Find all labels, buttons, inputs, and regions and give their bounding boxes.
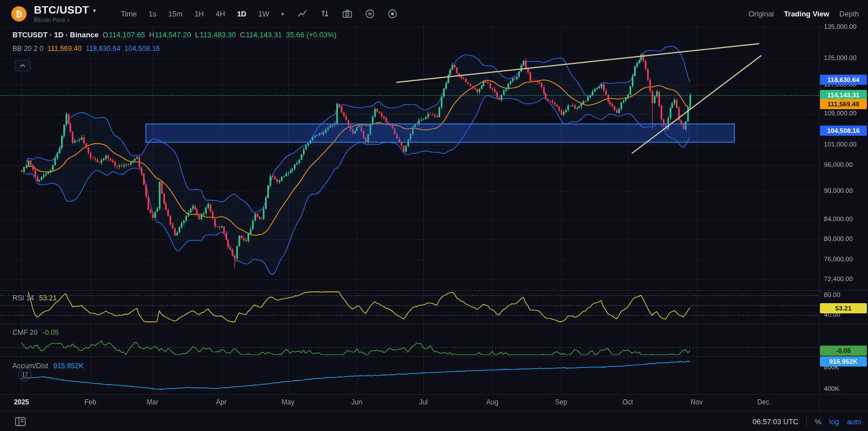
view-mode-depth[interactable]: Depth — [839, 10, 859, 18]
high-label: H — [149, 31, 154, 39]
timeframe-1s[interactable]: 1s — [149, 10, 157, 18]
close-value: 114,143.31 — [246, 31, 282, 39]
close-label: C — [240, 31, 245, 39]
accum-dist-value: 915.952K — [53, 362, 84, 370]
camera-icon[interactable] — [342, 8, 353, 19]
topbar: ₿ BTC/USDT ▾ Bitcoin Price ▾ Time1s15m1H… — [0, 0, 868, 27]
time-axis-label-jul[interactable]: Jul — [419, 398, 428, 406]
bottom-toolbar: 06:57:03 UTC % log auto — [0, 411, 868, 431]
last-price-badge: 114,143.31 — [820, 90, 867, 100]
rsi-pane-title: RSI 14 53.21 — [12, 294, 57, 302]
divider — [806, 417, 807, 426]
timeframe-menu-caret-icon[interactable]: ▾ — [281, 11, 284, 17]
auto-scale-button[interactable]: auto — [847, 417, 861, 426]
rsi-value-badge: 53.21 — [820, 303, 867, 313]
percent-scale-button[interactable]: % — [815, 417, 822, 426]
bb-upper-value: 118,630.64 — [86, 45, 121, 53]
timeframe-1w[interactable]: 1W — [258, 10, 270, 18]
timeframe-group: Time1s15m1H4H1D1W▾ — [121, 10, 284, 18]
symbol-title[interactable]: BTC/USDT — [34, 4, 89, 16]
time-axis-label-mar[interactable]: Mar — [147, 398, 159, 406]
timeframe-time[interactable]: Time — [121, 10, 137, 18]
price-axis-tick: 125,000.00 — [824, 54, 857, 61]
bb-upper-price-badge: 118,630.64 — [820, 75, 867, 85]
bb-basis-value: 111,569.40 — [47, 45, 82, 53]
bb-legend-row: BB 20 2 0 111,569.40 118,630.64 104,508.… — [12, 45, 336, 56]
day-marker-label: 17 — [21, 372, 28, 378]
subtitle-caret-icon: ▾ — [68, 18, 70, 23]
price-axis-tick: 101,000.00 — [824, 141, 857, 148]
accum-dist-value-badge: 915.952K — [820, 356, 867, 367]
trading-app: ₿ BTC/USDT ▾ Bitcoin Price ▾ Time1s15m1H… — [0, 0, 868, 431]
add-indicator-icon[interactable] — [364, 8, 376, 19]
price-axis-tick: 90,000.00 — [824, 187, 853, 194]
view-mode-trading-view[interactable]: Trading View — [784, 10, 829, 18]
time-axis-label-apr[interactable]: Apr — [216, 398, 227, 406]
high-value: 114,547.20 — [155, 31, 191, 39]
time-axis-label-feb[interactable]: Feb — [84, 398, 96, 406]
timeframe-15m[interactable]: 15m — [168, 10, 183, 18]
low-value: 113,483.30 — [199, 31, 236, 39]
open-label: O — [102, 31, 108, 39]
price-axis[interactable]: 135,000.00125,000.00117,000.00109,000.00… — [819, 0, 868, 411]
change-value: 35.66 (+0.03%) — [286, 31, 336, 39]
accum-dist-axis-tick: 400K — [824, 385, 839, 392]
bb-basis-price-badge: 111,569.40 — [820, 99, 867, 109]
layout-panel-icon[interactable] — [15, 416, 26, 427]
view-mode-group: OriginalTrading ViewDepth — [749, 10, 868, 18]
chart-tools-group — [297, 8, 398, 19]
time-axis-label-dec[interactable]: Dec — [757, 398, 769, 406]
symbol-subtitle: Bitcoin Price ▾ — [34, 17, 96, 23]
time-axis-label-nov[interactable]: Nov — [691, 398, 702, 406]
rsi-axis-tick: 80.00 — [824, 291, 840, 298]
rsi-label[interactable]: RSI 14 — [12, 294, 34, 302]
price-axis-tick: 109,000.00 — [824, 110, 857, 117]
low-label: L — [195, 31, 199, 39]
cmf-value: -0.05 — [42, 329, 59, 337]
symbol-block[interactable]: BTC/USDT ▾ Bitcoin Price ▾ — [34, 4, 96, 23]
bb-indicator-label[interactable]: BB 20 2 0 — [12, 45, 44, 53]
collapse-legend-button[interactable] — [15, 60, 31, 71]
utc-clock: 06:57:03 UTC — [753, 417, 798, 426]
view-mode-original[interactable]: Original — [749, 10, 774, 18]
price-chart-canvas[interactable] — [0, 0, 868, 431]
symbol-caret-icon[interactable]: ▾ — [93, 7, 96, 14]
time-axis-label-aug[interactable]: Aug — [486, 398, 498, 406]
target-icon[interactable] — [387, 8, 398, 19]
rsi-value: 53.21 — [39, 294, 57, 302]
timeframe-1h[interactable]: 1H — [194, 10, 204, 18]
compare-arrows-icon[interactable] — [319, 8, 331, 19]
price-axis-tick: 72,400.00 — [824, 275, 853, 282]
symbol-subtitle-text: Bitcoin Price — [34, 17, 66, 23]
timeframe-1d[interactable]: 1D — [237, 10, 246, 18]
cmf-pane-title: CMF 20 -0.05 — [12, 329, 59, 337]
cmf-value-badge: -0.05 — [820, 346, 867, 356]
bb-lower-price-badge: 104,508.16 — [820, 126, 867, 136]
price-axis-tick: 84,000.00 — [824, 215, 853, 222]
time-axis-label-oct[interactable]: Oct — [623, 398, 633, 406]
time-axis-label-sep[interactable]: Sep — [555, 398, 567, 406]
cmf-label[interactable]: CMF 20 — [12, 329, 37, 337]
price-axis-tick: 76,000.00 — [824, 256, 853, 262]
time-axis-label-jun[interactable]: Jun — [351, 398, 362, 406]
timeframe-4h[interactable]: 4H — [216, 10, 225, 18]
chart-legend: BTCUSDT · 1D · Binance O114,107.65 H114,… — [12, 31, 336, 59]
legend-symbol-text[interactable]: BTCUSDT · 1D · Binance — [12, 31, 98, 39]
open-value: 114,107.65 — [109, 31, 145, 39]
time-axis-label-2025[interactable]: 2025 — [14, 398, 29, 406]
price-axis-tick: 96,000.00 — [824, 161, 853, 168]
log-scale-button[interactable]: log — [829, 417, 839, 426]
accum-dist-label[interactable]: Accum/Dist — [12, 362, 48, 370]
time-axis[interactable]: 2025FebMarAprMayJunJulAugSepOctNovDec — [0, 395, 819, 411]
price-axis-tick: 80,000.00 — [824, 235, 853, 242]
bb-lower-value: 104,508.16 — [124, 45, 160, 53]
bitcoin-logo-icon: ₿ — [11, 6, 27, 21]
ohlc-legend-row: BTCUSDT · 1D · Binance O114,107.65 H114,… — [12, 31, 336, 42]
time-axis-label-may[interactable]: May — [281, 398, 294, 406]
day-marker-badge: 17 — [18, 368, 32, 381]
chart-style-icon[interactable] — [297, 8, 308, 19]
